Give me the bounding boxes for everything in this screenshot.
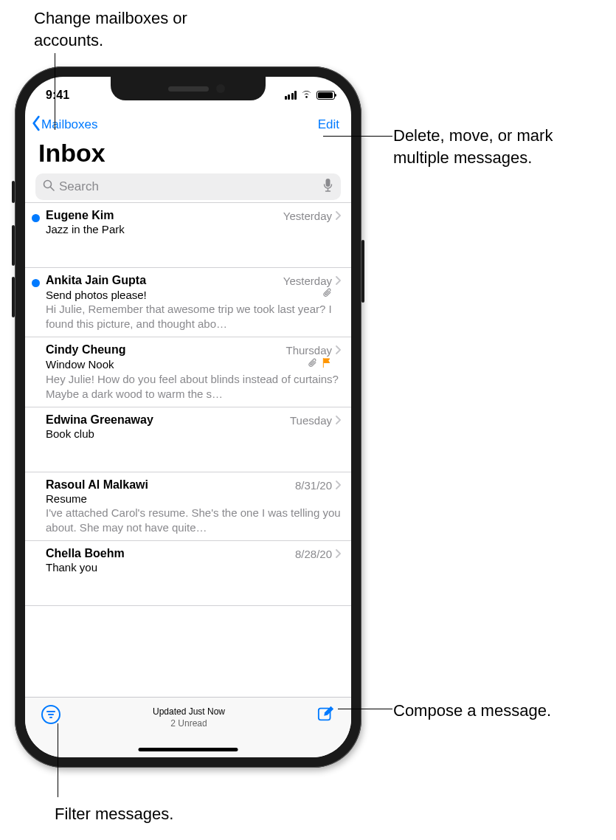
battery-icon [316,91,335,100]
status-unread: 2 Unread [153,718,225,730]
attachment-icon [322,288,332,301]
message-subject: Send photos please! [46,289,147,301]
svg-rect-2 [326,179,331,187]
filter-icon [41,705,60,724]
mailboxes-back-button[interactable]: Mailboxes [31,115,98,135]
unread-indicator [32,279,40,287]
sender-name: Cindy Cheung [46,343,125,357]
callout-line [55,53,55,130]
edit-button[interactable]: Edit [318,117,339,132]
message-subject: Thank you [46,561,97,574]
message-date: 8/31/20 [295,479,332,492]
sender-name: Chella Boehm [46,547,125,560]
svg-line-1 [51,187,55,191]
sender-name: Edwina Greenaway [46,413,153,427]
volume-down-button [12,277,15,317]
back-label: Mailboxes [41,117,98,132]
search-icon [43,179,55,194]
callout-compose: Compose a message. [393,700,607,722]
cellular-signal-icon [285,91,297,100]
power-button [361,240,364,303]
chevron-right-icon [335,210,341,222]
speaker-grille [168,86,209,92]
attachment-icon [308,358,317,371]
screen: 9:41 Mailboxes Edit Inbox [25,77,351,757]
front-camera [216,84,225,93]
message-date: 8/28/20 [295,548,332,560]
search-field[interactable]: Search [35,173,341,200]
home-indicator[interactable] [139,748,238,751]
toolbar-status: Updated Just Now 2 Unread [153,705,225,729]
callout-line [58,723,58,797]
sender-name: Eugene Kim [46,209,114,222]
callout-filter: Filter messages. [55,803,232,825]
message-subject: Resume [46,492,87,505]
message-subject: Window Nook [46,358,114,371]
message-row[interactable]: Chella Boehm8/28/20Thank you [25,541,351,606]
chevron-right-icon [335,479,341,492]
compose-icon [317,705,335,723]
message-date: Tuesday [290,414,332,427]
chevron-left-icon [31,115,41,135]
wifi-icon [300,89,313,102]
iphone-frame: 9:41 Mailboxes Edit Inbox [15,66,361,768]
compose-button[interactable] [317,705,335,726]
status-updated: Updated Just Now [153,706,225,718]
callout-edit: Delete, move, or mark multiple messages. [393,125,607,168]
unread-indicator [32,214,40,222]
chevron-right-icon [335,414,341,427]
message-row[interactable]: Cindy CheungThursdayWindow NookHey Julie… [25,337,351,407]
flag-icon [322,357,332,371]
toolbar: Updated Just Now 2 Unread [25,697,351,757]
callout-line [323,136,392,137]
chevron-right-icon [335,548,341,560]
search-placeholder: Search [59,179,318,194]
page-title: Inbox [25,137,351,172]
sender-name: Rasoul Al Malkawi [46,478,148,492]
silent-switch [12,181,15,203]
notch [111,77,266,100]
message-date: Yesterday [283,275,332,287]
message-date: Yesterday [283,210,332,222]
message-preview: I've attached Carol's resume. She's the … [46,506,341,534]
callout-mailboxes: Change mailboxes or accounts. [34,7,211,51]
message-row[interactable]: Ankita Jain GuptaYesterdaySend photos pl… [25,268,351,337]
message-row[interactable]: Eugene KimYesterdayJazz in the Park [25,203,351,268]
message-list[interactable]: Eugene KimYesterdayJazz in the Park Anki… [25,202,351,697]
message-preview: Hi Julie, Remember that awesome trip we … [46,302,341,331]
navigation-bar: Mailboxes Edit [25,111,351,137]
message-preview: Hey Julie! How do you feel about blinds … [46,372,341,401]
filter-button[interactable] [41,705,60,724]
callout-line [338,709,392,709]
message-row[interactable]: Edwina GreenawayTuesdayBook club [25,407,351,472]
chevron-right-icon [335,275,341,287]
volume-up-button [12,225,15,266]
sender-name: Ankita Jain Gupta [46,274,146,287]
message-date: Thursday [285,344,332,357]
chevron-right-icon [335,344,341,357]
message-row[interactable]: Rasoul Al Malkawi8/31/20ResumeI've attac… [25,472,351,541]
status-time: 9:41 [46,86,69,102]
dictation-icon[interactable] [322,178,333,196]
message-subject: Jazz in the Park [46,223,125,235]
message-subject: Book club [46,427,94,440]
